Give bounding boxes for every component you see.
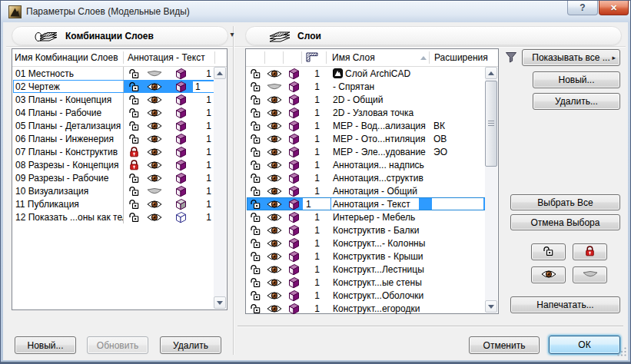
print-button[interactable]: Напечатать... <box>510 296 620 313</box>
padlock-open-icon[interactable] <box>247 172 267 184</box>
solid-model-icon[interactable] <box>175 133 193 145</box>
layer-row[interactable]: 1МЕР - Ото...нтиляцияОВ <box>247 132 486 145</box>
padlock-open-icon[interactable] <box>247 133 267 144</box>
layer-delete-button[interactable]: Удалить... <box>533 93 620 110</box>
resize-grip[interactable] <box>617 347 627 359</box>
padlock-open-icon[interactable] <box>247 81 267 92</box>
solid-model-icon[interactable] <box>288 159 303 171</box>
layer-row[interactable]: 1Слой ArchiCAD <box>247 67 486 80</box>
solid-model-icon[interactable] <box>288 263 303 276</box>
layer-row[interactable]: 12D - Общий <box>247 93 486 106</box>
eye-closed-icon[interactable] <box>147 187 175 196</box>
chevron-down-icon[interactable]: ▾ <box>227 30 237 38</box>
padlock-open-icon[interactable] <box>247 263 267 275</box>
help-button[interactable]: ? <box>567 1 598 15</box>
combination-new-button[interactable]: Новый... <box>15 336 76 354</box>
solid-model-icon[interactable] <box>175 146 193 158</box>
solid-model-icon[interactable] <box>288 211 303 223</box>
column-header-layer-name[interactable]: Имя Слоя <box>332 49 375 66</box>
padlock-open-icon[interactable] <box>124 81 147 92</box>
column-header-annotation-text[interactable]: Аннотация - Текст <box>128 49 205 66</box>
padlock-open-icon[interactable] <box>247 107 267 118</box>
padlock-closed-icon[interactable] <box>124 159 147 170</box>
wireframe-model-icon[interactable] <box>175 211 193 223</box>
solid-model-icon[interactable] <box>288 250 303 263</box>
padlock-open-icon[interactable] <box>247 276 267 288</box>
eye-open-icon[interactable] <box>147 121 175 131</box>
unlock-selected-button[interactable] <box>531 243 566 260</box>
padlock-open-icon[interactable] <box>247 146 267 157</box>
scrollbar-down-button[interactable] <box>485 300 497 313</box>
combinations-panel-header[interactable]: Комбинации Слоев <box>12 26 228 45</box>
eye-open-icon[interactable] <box>267 291 288 300</box>
layer-row[interactable]: 1Конструкт...ые стены <box>247 276 486 289</box>
eye-open-icon[interactable] <box>267 187 288 196</box>
eye-open-icon[interactable] <box>147 147 175 157</box>
solid-model-icon[interactable] <box>288 290 303 302</box>
scrollbar-down-button[interactable] <box>214 296 226 309</box>
layer-row[interactable]: 1Аннотация - Текст <box>247 197 486 210</box>
solid-model-icon[interactable] <box>288 303 303 315</box>
layer-row[interactable]: 1МЕР - Эле...удованиеЭО <box>247 145 486 158</box>
solid-model-icon[interactable] <box>175 81 193 93</box>
solid-model-icon[interactable] <box>288 133 303 145</box>
eye-open-icon[interactable] <box>267 304 288 313</box>
eye-open-icon[interactable] <box>147 95 175 104</box>
column-header-extensions[interactable]: Расширения <box>434 49 488 66</box>
padlock-open-icon[interactable] <box>124 172 147 184</box>
cancel-button[interactable]: Отменить <box>469 336 540 354</box>
eye-closed-icon[interactable] <box>147 69 175 78</box>
eye-open-icon[interactable] <box>267 239 288 248</box>
deselect-all-button[interactable]: Отмена Выбора <box>510 214 620 230</box>
padlock-open-icon[interactable] <box>124 185 147 197</box>
padlock-open-icon[interactable] <box>247 94 267 105</box>
layer-row[interactable]: 1Конструкт...- Колонны <box>247 237 486 250</box>
solid-model-icon[interactable] <box>175 94 193 106</box>
eye-open-icon[interactable] <box>267 174 288 183</box>
solid-model-icon[interactable] <box>288 68 303 80</box>
solid-model-icon[interactable] <box>288 237 303 250</box>
layer-row[interactable]: 1МЕР - Вод...ализацияВК <box>247 119 486 132</box>
layer-row[interactable]: 1Конструктив - Крыши <box>247 250 486 263</box>
ok-button[interactable]: ОК <box>549 336 620 354</box>
layers-scrollbar[interactable] <box>485 67 497 313</box>
solid-model-icon[interactable] <box>288 81 303 93</box>
combination-row[interactable]: 06 Планы - Инженерия1 <box>13 132 214 145</box>
show-selected-button[interactable] <box>531 266 566 283</box>
padlock-open-icon[interactable] <box>124 211 147 223</box>
combination-row[interactable]: 10 Визуализация1 <box>13 184 214 197</box>
eye-open-icon[interactable] <box>267 213 288 222</box>
solid-model-icon[interactable] <box>288 107 303 119</box>
layer-row[interactable]: 1Конструкт...Лестницы <box>247 263 486 276</box>
solid-model-icon[interactable] <box>175 185 193 197</box>
padlock-open-icon[interactable] <box>247 224 267 236</box>
show-all-menu-button[interactable]: Показывать все ... ▸ <box>522 49 620 66</box>
eye-open-icon[interactable] <box>147 174 175 183</box>
layer-row[interactable]: 1Конструкт...Оболочки <box>247 289 486 302</box>
padlock-open-icon[interactable] <box>247 159 267 170</box>
titlebar[interactable]: Параметры Слоев (Модельные Виды) ? ✕ <box>1 1 630 22</box>
eye-open-icon[interactable] <box>267 121 288 131</box>
combination-row[interactable]: 05 Планы - Детализация1 <box>13 119 214 132</box>
padlock-open-icon[interactable] <box>247 250 267 262</box>
layers-panel-header[interactable]: Слои <box>245 26 622 45</box>
eye-open-icon[interactable] <box>267 108 288 117</box>
solid-model-icon[interactable] <box>175 107 193 119</box>
padlock-open-icon[interactable] <box>124 107 147 118</box>
combination-row[interactable]: 08 Разрезы - Концепция1 <box>13 158 214 171</box>
solid-model-icon[interactable] <box>175 159 193 171</box>
solid-model-icon[interactable] <box>288 172 303 184</box>
padlock-closed-icon[interactable] <box>124 146 147 157</box>
padlock-open-icon[interactable] <box>124 94 147 105</box>
layer-extension-input[interactable] <box>432 197 483 210</box>
solid-model-icon[interactable] <box>288 185 303 197</box>
eye-open-icon[interactable] <box>267 95 288 104</box>
combination-row[interactable]: 11 Публикация1 <box>13 197 214 210</box>
combination-row[interactable]: 04 Планы - Рабочие1 <box>13 106 214 119</box>
eye-open-icon[interactable] <box>267 69 288 78</box>
eye-open-icon[interactable] <box>267 252 288 261</box>
close-button[interactable]: ✕ <box>599 1 629 15</box>
padlock-open-icon[interactable] <box>247 120 267 131</box>
padlock-open-icon[interactable] <box>247 185 267 197</box>
eye-open-icon[interactable] <box>267 265 288 274</box>
